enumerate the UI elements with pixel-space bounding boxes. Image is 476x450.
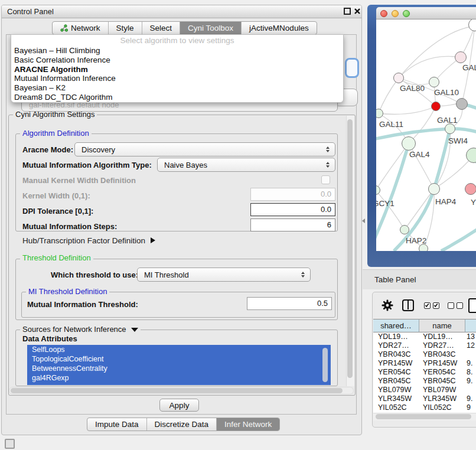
network-node-gal-partial[interactable] — [455, 51, 467, 63]
table-hscrollbar-thumb[interactable] — [376, 414, 471, 419]
node-label-hap2: HAP2 — [406, 236, 426, 245]
partial-toolbar-icon[interactable] — [468, 298, 476, 313]
table-row[interactable]: YDL19…YDL19…13 — [373, 332, 476, 341]
network-node-salmon[interactable] — [465, 183, 476, 195]
tab-label: Network — [71, 24, 100, 32]
table-panel-title: Table Panel — [374, 275, 416, 284]
cell-value: 9. — [467, 359, 472, 368]
restore-panel-icon[interactable] — [5, 439, 15, 449]
network-canvas[interactable]: GAL80 GAL10 GAL1 GAL11 SWI4 GAL4 GCY1 HA… — [376, 19, 476, 251]
which-threshold-combo[interactable]: MI Threshold — [137, 268, 311, 282]
unchecked-checkbox-icon[interactable] — [448, 302, 454, 309]
manual-kernel-checkbox[interactable] — [321, 175, 330, 184]
cell-name: YER054C — [423, 368, 456, 377]
tab-label: jActiveMNodules — [249, 24, 309, 32]
tab-style[interactable]: Style — [109, 22, 142, 34]
inference-combo-stepper-focused[interactable] — [345, 58, 359, 78]
tab-cyni-toolbox[interactable]: Cyni Toolbox — [180, 22, 242, 34]
mi-threshold-label: Mutual Information Threshold: — [27, 300, 138, 309]
table-row[interactable]: YPR145WYPR145W9. — [373, 359, 476, 368]
cell-shared-name: YBR043C — [378, 350, 411, 359]
list-vscrollbar-thumb[interactable] — [322, 348, 328, 382]
close-icon[interactable] — [354, 8, 361, 15]
node-label-gal11: GAL11 — [379, 120, 403, 129]
dropdown-item-dream8[interactable]: Dream8 DC_TDC Algorithm — [11, 93, 343, 102]
list-item-betweennesscentrality[interactable]: BetweennessCentrality — [27, 364, 331, 373]
aracne-mode-combo[interactable]: Discovery — [74, 142, 335, 156]
cell-name: YPR145W — [423, 359, 457, 368]
tab-impute-data[interactable]: Impute Data — [87, 418, 147, 431]
tab-label: Infer Network — [224, 420, 272, 429]
table-row[interactable]: YDR27…YDR27…12 — [373, 341, 476, 350]
network-node-gal80[interactable] — [393, 73, 404, 83]
network-node-gal1-red[interactable] — [431, 102, 441, 111]
apply-button[interactable]: Apply — [159, 399, 199, 412]
tab-label: Cyni Toolbox — [188, 24, 233, 32]
cell-name: YDL19… — [423, 332, 453, 341]
settings-vscrollbar-thumb[interactable] — [347, 119, 353, 378]
cell-name: YBR043C — [423, 350, 456, 359]
node-label-y-partial: Y — [471, 198, 476, 207]
sources-expander[interactable]: Sources for Network Inference — [20, 325, 141, 334]
tab-infer-network[interactable]: Infer Network — [217, 418, 279, 431]
control-panel-titlebar: Control Panel — [2, 5, 361, 18]
cell-name: YDR27… — [423, 341, 454, 350]
network-node-gal10[interactable] — [429, 77, 439, 87]
aracne-mode-value: Discovery — [75, 145, 115, 154]
dropdown-item-bayesian-k2[interactable]: Bayesian – K2 — [11, 83, 343, 93]
unchecked-checkbox-icon[interactable] — [457, 302, 463, 309]
dropdown-item-aracne[interactable]: ARACNE Algorithm — [11, 65, 343, 74]
mac-zoom-button[interactable] — [403, 10, 410, 17]
network-node-gal4[interactable] — [402, 136, 416, 151]
dropdown-item-bayesian-hill-climbing[interactable]: Bayesian – Hill Climbing — [11, 46, 343, 56]
node-label-swi4: SWI4 — [448, 136, 468, 145]
checked-checkbox-icon[interactable] — [424, 302, 431, 309]
tab-select[interactable]: Select — [142, 22, 181, 34]
table-row[interactable]: YBR045CYBR045C9. — [373, 377, 476, 386]
mi-steps-input[interactable]: 6 — [250, 219, 335, 231]
hub-factor-expander[interactable]: Hub/Transcription Factor Definition — [22, 235, 155, 246]
table-panel-header: Table Panel — [363, 269, 476, 289]
panel-divider-handle[interactable] — [362, 219, 365, 223]
dropdown-item-mutual-information[interactable]: Mutual Information Inference — [11, 74, 343, 83]
mac-close-button[interactable] — [380, 10, 387, 17]
table-column-header-name[interactable]: name — [419, 319, 465, 332]
network-node-hap4[interactable] — [428, 183, 440, 195]
expander-expanded-icon — [131, 328, 138, 332]
aracne-mode-label: Aracne Mode: — [22, 145, 73, 154]
table-row[interactable]: YIL052CYIL052C9 — [373, 403, 476, 412]
tab-discretize-data[interactable]: Discretize Data — [147, 418, 217, 431]
dropdown-prompt: Select algorithm to view settings — [11, 35, 343, 46]
dropdown-item-basic-correlation[interactable]: Basic Correlation Inference — [11, 56, 343, 65]
list-item-topologicalcoefficient[interactable]: TopologicalCoefficient — [27, 354, 331, 364]
tab-jactivemnodules[interactable]: jActiveMNodules — [242, 22, 317, 34]
gear-icon[interactable] — [382, 299, 393, 311]
list-item-gal4rgexp[interactable]: gal4RGexp — [27, 373, 331, 383]
table-row[interactable]: YER054CYER054C8. — [373, 368, 476, 377]
table-row[interactable]: YBR043CYBR043C — [373, 350, 476, 359]
kernel-width-input[interactable]: 0.0 — [250, 188, 335, 201]
data-attributes-label: Data Attributes — [22, 334, 77, 343]
checked-checkbox-icon[interactable] — [433, 302, 439, 309]
network-node-swi4[interactable] — [445, 123, 455, 134]
column-layout-icon[interactable] — [402, 299, 414, 311]
mi-threshold-input[interactable]: 0.5 — [247, 297, 332, 310]
mac-minimize-button[interactable] — [392, 10, 399, 17]
table-column-header-shared-name[interactable]: shared… — [373, 319, 419, 332]
tab-label: Discretize Data — [155, 420, 209, 429]
cell-shared-name: YDR27… — [378, 341, 409, 350]
table-row[interactable]: YLR345WYLR345W9. — [373, 394, 476, 403]
tab-network[interactable]: Network — [53, 22, 109, 34]
window-title: Control Panel — [2, 5, 361, 18]
float-window-icon[interactable] — [344, 8, 351, 15]
hub-factor-label: Hub/Transcription Factor Definition — [22, 236, 145, 245]
list-item-selfloops[interactable]: SelfLoops — [27, 345, 331, 354]
settings-hscrollbar-thumb[interactable] — [11, 388, 343, 393]
network-node-gray[interactable] — [456, 98, 468, 110]
network-node-hap2[interactable] — [400, 225, 409, 234]
node-label-gal4: GAL4 — [409, 150, 430, 159]
table-column-header-partial[interactable] — [465, 319, 476, 332]
table-row[interactable]: YBL079WYBL079W — [373, 386, 476, 394]
dpi-tolerance-input[interactable]: 0.0 — [250, 203, 335, 216]
mi-type-combo[interactable]: Naive Bayes — [157, 158, 335, 172]
